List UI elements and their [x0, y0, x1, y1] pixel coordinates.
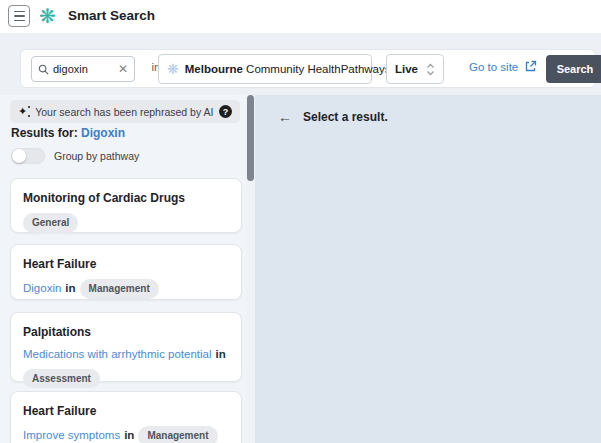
toggle-knob: [12, 149, 26, 163]
placeholder-text: Select a result.: [303, 110, 388, 124]
results-panel: ✦ Your search has been rephrased by AI ?…: [0, 95, 246, 443]
select-result-placeholder: ← Select a result.: [278, 110, 388, 124]
ai-banner-text: Your search has been rephrased by AI: [35, 106, 213, 118]
search-input[interactable]: [53, 63, 109, 75]
result-title: Monitoring of Cardiac Drugs: [23, 191, 229, 205]
go-to-site-label: Go to site: [469, 61, 518, 73]
result-title: Heart Failure: [23, 404, 229, 418]
section-badge: Management: [138, 426, 217, 443]
result-card[interactable]: Palpitations Medications with arrhythmic…: [10, 312, 242, 382]
results-for-term-link[interactable]: Digoxin: [81, 126, 125, 140]
left-arrow-icon: ←: [278, 110, 292, 124]
results-for-line: Results for: Digoxin: [11, 126, 125, 140]
version-select-value: Live: [395, 63, 418, 75]
search-button[interactable]: Search: [546, 55, 601, 83]
section-badge: General: [23, 213, 78, 233]
result-card[interactable]: Monitoring of Cardiac Drugs General: [10, 178, 242, 233]
result-topic-link[interactable]: Medications with arrhythmic potential: [23, 347, 212, 363]
group-by-pathway-toggle[interactable]: [11, 148, 45, 164]
result-card[interactable]: Heart Failure Digoxin in Management: [10, 244, 242, 300]
result-card[interactable]: Heart Failure Improve symptoms in Manage…: [10, 391, 242, 443]
search-input-wrapper: ✕: [31, 56, 135, 82]
result-title: Palpitations: [23, 325, 229, 339]
in-word: in: [65, 281, 75, 297]
select-chevrons-icon: [426, 63, 435, 76]
results-for-label: Results for:: [11, 126, 78, 140]
in-word: in: [124, 428, 134, 443]
search-card: ✕ in ❋ Melbourne Community HealthPathway…: [20, 49, 596, 88]
app-logo-snowflake-icon: ❋: [39, 4, 56, 28]
search-toolbar: ✕ in ❋ Melbourne Community HealthPathway…: [0, 33, 601, 95]
ai-rephrase-banner: ✦ Your search has been rephrased by AI ?: [10, 100, 240, 123]
site-select[interactable]: ❋ Melbourne Community HealthPathways: [158, 54, 372, 84]
group-by-pathway-label: Group by pathway: [54, 150, 139, 162]
help-icon[interactable]: ?: [219, 105, 232, 118]
external-link-icon: [524, 60, 537, 73]
version-select[interactable]: Live: [386, 54, 444, 84]
site-select-value: Melbourne Community HealthPathways: [185, 63, 391, 75]
search-icon: [38, 64, 49, 75]
ai-sparkle-icon: ✦: [18, 106, 27, 117]
results-scrollbar-thumb[interactable]: [247, 95, 254, 181]
result-topic-link[interactable]: Improve symptoms: [23, 428, 120, 443]
app-title: Smart Search: [68, 8, 155, 23]
section-badge: Management: [80, 279, 159, 299]
in-word: in: [216, 347, 226, 363]
top-bar: ❋ Smart Search: [0, 0, 601, 33]
result-title: Heart Failure: [23, 257, 229, 271]
healthpathways-flake-icon: ❋: [167, 62, 179, 76]
results-scrollbar-track[interactable]: [246, 95, 255, 443]
smart-search-app: ❋ Smart Search ✕ in ❋ Melbourne Communit…: [0, 0, 601, 443]
group-by-pathway-row: Group by pathway: [11, 148, 139, 164]
detail-panel: ← Select a result.: [255, 95, 601, 443]
go-to-site-link[interactable]: Go to site: [469, 60, 537, 73]
clear-search-icon[interactable]: ✕: [118, 63, 128, 75]
section-badge: Assessment: [23, 369, 100, 389]
result-topic-link[interactable]: Digoxin: [23, 281, 61, 297]
menu-button[interactable]: [8, 5, 30, 27]
